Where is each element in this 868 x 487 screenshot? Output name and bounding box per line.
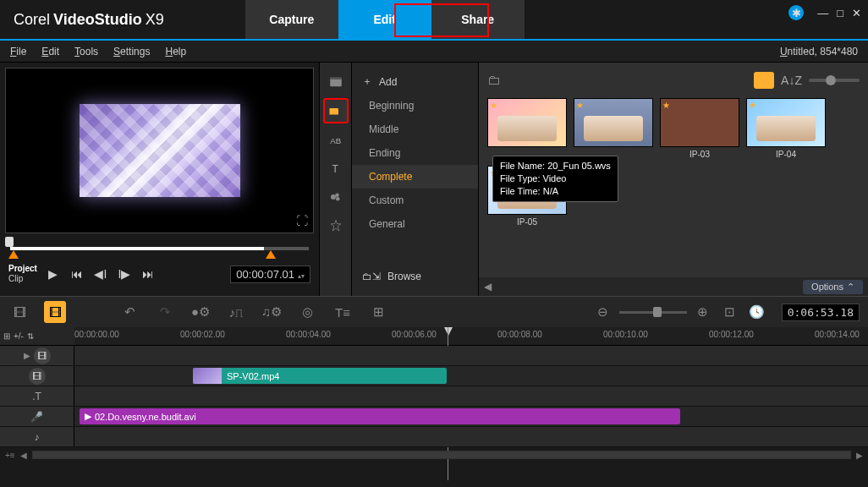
- library-add-button[interactable]: ＋Add: [352, 69, 478, 94]
- enlarge-preview-icon[interactable]: ⛶: [296, 214, 308, 227]
- tab-share[interactable]: Share: [431, 0, 525, 39]
- clip-label: 02.Do.vesny.ne.budit.avi: [95, 412, 196, 422]
- go-start-button[interactable]: ⏮: [66, 263, 88, 285]
- svg-text:AB: AB: [330, 136, 341, 145]
- fit-timeline-button[interactable]: ⊡: [719, 301, 741, 323]
- library-filter-tab[interactable]: [323, 213, 349, 238]
- sort-button[interactable]: A↓Z: [781, 74, 802, 87]
- mark-in-icon[interactable]: [8, 250, 19, 259]
- timeline-view-button[interactable]: 🎞: [44, 301, 66, 323]
- video-track-icon[interactable]: 🎞: [34, 347, 51, 364]
- category-ending[interactable]: Ending: [352, 141, 478, 165]
- template-thumb[interactable]: ★ IP-04: [746, 98, 826, 159]
- audio-clip[interactable]: ▶ 02.Do.vesny.ne.budit.avi: [80, 408, 680, 424]
- voice-track-icon[interactable]: 🎤: [30, 411, 43, 423]
- scrub-playhead-icon[interactable]: [5, 237, 14, 247]
- library-folder-icon[interactable]: 🗀: [487, 73, 501, 88]
- plus-icon: ＋: [362, 74, 372, 89]
- thumb-label: IP-03: [689, 150, 710, 159]
- playback-mode-toggle[interactable]: ProjectClip: [8, 264, 41, 284]
- tab-edit[interactable]: Edit: [338, 0, 431, 39]
- thumbnail-view-button[interactable]: [754, 72, 774, 89]
- thumb-label: IP-04: [776, 150, 796, 159]
- go-end-button[interactable]: ⏭: [137, 263, 159, 285]
- overlay-track-icon[interactable]: 🎞: [29, 368, 46, 385]
- zoom-in-button[interactable]: ⊕: [692, 301, 714, 323]
- prev-frame-button[interactable]: ◀I: [90, 263, 112, 285]
- svg-rect-2: [329, 108, 338, 115]
- preview-scrubber[interactable]: [5, 240, 314, 257]
- play-button[interactable]: ▶: [42, 263, 64, 285]
- preview-viewport[interactable]: ⛶: [5, 68, 314, 233]
- thumbnail-zoom-slider[interactable]: [809, 79, 860, 82]
- menu-settings[interactable]: Settings: [113, 46, 150, 57]
- timeline-ruler[interactable]: 00:00:00.0000:00:02.0000:00:04.0000:00:0…: [74, 327, 868, 345]
- notifications-badge-icon[interactable]: ✱: [788, 5, 804, 20]
- mark-out-icon[interactable]: [266, 250, 276, 259]
- track-expand-icon[interactable]: ▶: [24, 351, 30, 360]
- template-thumb[interactable]: ★ IP-03: [660, 98, 739, 159]
- close-button[interactable]: ✕: [852, 7, 861, 19]
- minimize-button[interactable]: —: [817, 7, 828, 19]
- category-beginning[interactable]: Beginning: [352, 94, 478, 118]
- star-icon: ★: [490, 101, 497, 110]
- timeline-playhead-icon[interactable]: [444, 327, 453, 336]
- timeline-tools-toggle[interactable]: ⊞: [3, 331, 10, 341]
- library-title-tab[interactable]: T: [323, 156, 349, 181]
- library-scroll-left-icon[interactable]: ◀: [484, 281, 492, 293]
- library-browse-button[interactable]: 🗀⇲Browse: [352, 265, 431, 287]
- svg-rect-1: [330, 78, 342, 79]
- library-options-button[interactable]: Options⌃: [803, 280, 863, 294]
- next-frame-button[interactable]: I▶: [113, 263, 135, 285]
- title-track-icon[interactable]: .T: [32, 391, 41, 402]
- video-clip[interactable]: SP-V02.mp4: [193, 368, 447, 384]
- timeline-toggle-b[interactable]: ⇅: [27, 331, 34, 341]
- project-duration[interactable]: 0:06:53.18: [782, 304, 860, 321]
- maximize-button[interactable]: □: [837, 7, 843, 19]
- timeline-clock-icon[interactable]: 🕓: [746, 301, 768, 323]
- library-transitions-tab[interactable]: AB: [323, 127, 349, 152]
- timeline-add-track-button[interactable]: +≡: [5, 451, 15, 460]
- menu-tools[interactable]: Tools: [74, 46, 98, 57]
- library-graphic-tab[interactable]: [323, 184, 349, 210]
- app-logo: Corel VideoStudio X9: [0, 11, 178, 29]
- library-media-tab[interactable]: [323, 69, 349, 95]
- svg-text:T: T: [332, 163, 338, 175]
- category-custom[interactable]: Custom: [352, 189, 478, 212]
- template-thumb[interactable]: ★: [574, 98, 653, 159]
- storyboard-view-button[interactable]: 🎞: [8, 301, 30, 323]
- timeline-toggle-a[interactable]: +/-: [14, 331, 24, 341]
- svg-point-6: [335, 194, 339, 198]
- music-track-icon[interactable]: ♪: [35, 431, 40, 443]
- brand-text: Corel: [14, 11, 50, 29]
- zoom-out-button[interactable]: ⊖: [592, 301, 614, 323]
- subtitle-editor-button[interactable]: T≡: [332, 301, 354, 323]
- tab-capture[interactable]: Capture: [245, 0, 338, 39]
- motion-tracking-button[interactable]: ◎: [296, 301, 318, 323]
- category-complete[interactable]: Complete: [352, 165, 478, 189]
- timeline-scroll-right-button[interactable]: ▶: [856, 451, 863, 460]
- clip-thumbnail: [193, 368, 222, 384]
- timeline-scrollbar[interactable]: [32, 451, 851, 459]
- auto-music-button[interactable]: ♫⚙: [261, 301, 283, 323]
- preview-timecode[interactable]: 00:00:07.01▴▾: [230, 265, 310, 283]
- audio-mixer-button[interactable]: ♪⎍: [225, 301, 247, 323]
- library-instant-project-tab[interactable]: [323, 98, 349, 123]
- ruler-tick: 00:00:14.00: [815, 330, 860, 339]
- document-title: Untitled, 854*480: [780, 46, 858, 57]
- menu-help[interactable]: Help: [165, 46, 186, 57]
- timeline-zoom-slider[interactable]: [619, 311, 687, 314]
- chevron-up-icon: ⌃: [847, 282, 854, 293]
- undo-button[interactable]: ↶: [118, 301, 140, 323]
- record-button[interactable]: ●⚙: [190, 301, 212, 323]
- ruler-tick: 00:00:00.00: [74, 330, 119, 339]
- star-icon: ★: [749, 101, 756, 110]
- category-general[interactable]: General: [352, 212, 478, 236]
- redo-button[interactable]: ↷: [154, 301, 176, 323]
- multi-view-button[interactable]: ⊞: [367, 301, 389, 323]
- menu-edit[interactable]: Edit: [41, 46, 59, 57]
- menu-file[interactable]: File: [10, 46, 26, 57]
- template-thumb[interactable]: ★: [487, 98, 567, 159]
- timeline-scroll-left-button[interactable]: ◀: [20, 451, 27, 460]
- category-middle[interactable]: Middle: [352, 118, 478, 141]
